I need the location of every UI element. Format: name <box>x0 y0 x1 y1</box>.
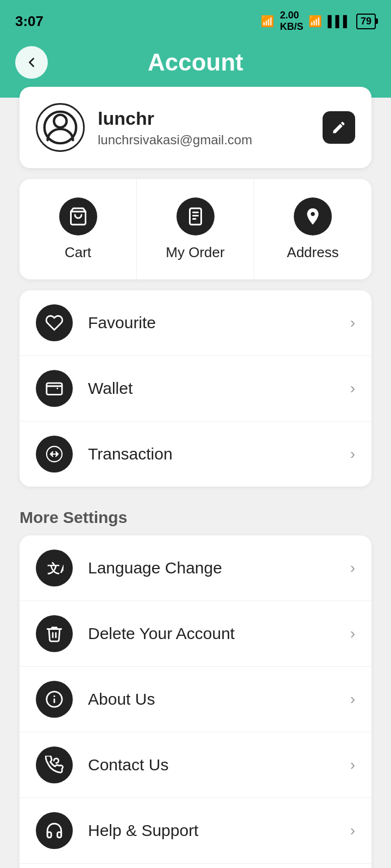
about-label: About Us <box>88 690 350 709</box>
delete-icon <box>45 624 64 643</box>
wallet-icon <box>45 379 64 398</box>
language-chevron: › <box>350 559 355 577</box>
delete-account-item[interactable]: Delete Your Account › <box>20 601 371 667</box>
terms-item[interactable]: Term & Condition › <box>20 864 371 868</box>
wallet-item[interactable]: Wallet › <box>20 356 371 422</box>
transaction-label: Transaction <box>88 445 350 463</box>
svg-text:文A: 文A <box>47 561 64 576</box>
profile-name: lunchr <box>98 108 252 129</box>
transaction-item[interactable]: Transaction › <box>20 422 371 487</box>
myorder-label: My Order <box>166 244 224 261</box>
contact-icon <box>45 756 64 774</box>
cart-action[interactable]: Cart <box>20 179 137 279</box>
order-icon-circle <box>176 197 215 235</box>
svg-point-0 <box>54 115 66 127</box>
transaction-icon-circle <box>36 436 73 473</box>
myorder-action[interactable]: My Order <box>137 179 254 279</box>
heart-icon-circle <box>36 304 73 341</box>
time: 3:07 <box>15 13 43 30</box>
about-item[interactable]: About Us › <box>20 667 371 732</box>
favourite-chevron: › <box>350 314 355 331</box>
about-chevron: › <box>350 691 355 708</box>
back-button[interactable] <box>15 46 48 79</box>
favourite-label: Favourite <box>88 314 350 332</box>
profile-info: lunchr lunchrsivakasi@gmail.com <box>98 108 252 148</box>
address-icon-circle <box>294 197 332 235</box>
delete-account-chevron: › <box>350 625 355 642</box>
cart-icon <box>68 207 88 226</box>
support-icon <box>45 821 64 840</box>
address-action[interactable]: Address <box>254 179 371 279</box>
wifi-icon: 📶 <box>308 15 322 28</box>
profile-left: lunchr lunchrsivakasi@gmail.com <box>36 103 252 152</box>
delete-icon-circle <box>36 615 73 652</box>
support-item[interactable]: Help & Support › <box>20 798 371 864</box>
transaction-icon <box>45 445 64 463</box>
language-item[interactable]: 文A Language Change › <box>20 535 371 601</box>
favourite-item[interactable]: Favourite › <box>20 290 371 356</box>
speed-indicator: 2.00KB/S <box>280 10 303 33</box>
delete-account-label: Delete Your Account <box>88 624 350 643</box>
cart-label: Cart <box>65 244 91 261</box>
profile-email: lunchrsivakasi@gmail.com <box>98 132 252 148</box>
contact-item[interactable]: Contact Us › <box>20 732 371 798</box>
status-icons: 📶 2.00KB/S 📶 ▌▌▌ 79 <box>261 10 376 33</box>
language-icon: 文A <box>45 559 64 577</box>
battery-icon: 79 <box>356 14 376 29</box>
bluetooth-icon: 📶 <box>261 15 274 28</box>
svg-rect-6 <box>47 383 62 394</box>
info-icon <box>45 690 64 709</box>
address-icon <box>303 207 323 226</box>
contact-chevron: › <box>350 756 355 774</box>
wallet-chevron: › <box>350 380 355 397</box>
heart-icon <box>45 314 64 332</box>
cart-icon-circle <box>59 197 97 235</box>
language-icon-circle: 文A <box>36 550 73 586</box>
contact-label: Contact Us <box>88 756 350 774</box>
avatar <box>36 103 85 152</box>
settings-section: 文A Language Change › Delete Your Account… <box>20 535 371 868</box>
wallet-icon-circle <box>36 370 73 407</box>
transaction-chevron: › <box>350 445 355 463</box>
language-label: Language Change <box>88 559 350 577</box>
wallet-label: Wallet <box>88 379 350 398</box>
quick-actions: Cart My Order Address <box>20 179 371 279</box>
status-bar: 3:07 📶 2.00KB/S 📶 ▌▌▌ 79 <box>0 0 391 38</box>
page-title: Account <box>148 49 243 76</box>
contact-icon-circle <box>36 746 73 783</box>
svg-point-14 <box>54 696 54 697</box>
profile-card: lunchr lunchrsivakasi@gmail.com <box>20 87 371 168</box>
address-label: Address <box>287 244 338 261</box>
main-menu-section: Favourite › Wallet › Transaction › <box>20 290 371 487</box>
support-label: Help & Support <box>88 821 350 840</box>
edit-profile-button[interactable] <box>323 111 355 144</box>
more-settings-label: More Settings <box>0 497 391 535</box>
info-icon-circle <box>36 681 73 718</box>
signal-icon: ▌▌▌ <box>327 15 351 28</box>
order-icon <box>186 207 205 226</box>
support-icon-circle <box>36 812 73 849</box>
support-chevron: › <box>350 822 355 839</box>
